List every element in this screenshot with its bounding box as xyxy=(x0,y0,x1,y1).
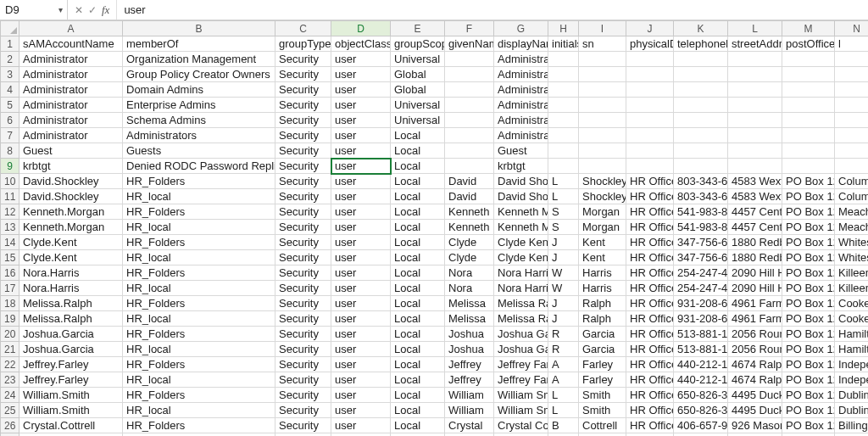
cell-N14[interactable]: Whiteston xyxy=(835,235,869,250)
cell-A20[interactable]: Joshua.Garcia xyxy=(19,327,123,342)
cell-K12[interactable]: 541-983-8 xyxy=(674,204,728,220)
cell-K7[interactable] xyxy=(674,128,728,143)
cell-D11[interactable]: user xyxy=(331,189,391,204)
cell-I9[interactable] xyxy=(579,159,626,174)
cell-A27[interactable]: Crystal.Cottrell xyxy=(19,433,123,437)
cell-K16[interactable]: 254-247-4 xyxy=(674,266,728,281)
cell-E22[interactable]: Local xyxy=(391,357,445,372)
row-header-14[interactable]: 14 xyxy=(1,235,19,250)
cell-A24[interactable]: William.Smith xyxy=(19,388,123,403)
row-header-19[interactable]: 19 xyxy=(1,311,19,327)
cell-C2[interactable]: Security xyxy=(275,52,331,67)
cell-A8[interactable]: Guest xyxy=(19,143,123,159)
cell-E8[interactable]: Local xyxy=(391,143,445,159)
cell-N27[interactable]: Billings xyxy=(835,433,869,437)
row-header-23[interactable]: 23 xyxy=(1,372,19,388)
cell-E14[interactable]: Local xyxy=(391,235,445,250)
cell-J3[interactable] xyxy=(626,67,674,82)
cell-I22[interactable]: Farley xyxy=(579,357,626,372)
cell-G20[interactable]: Joshua Garcia xyxy=(494,327,548,342)
cell-G3[interactable]: Administrator xyxy=(494,67,548,82)
col-header-J[interactable]: J xyxy=(626,21,674,36)
cell-L23[interactable]: 4674 Ralph xyxy=(728,372,782,388)
cell-K1[interactable]: telephoneNumber xyxy=(674,36,728,52)
cell-I20[interactable]: Garcia xyxy=(579,327,626,342)
cell-G19[interactable]: Melissa Ralph xyxy=(494,311,548,327)
cell-H20[interactable]: R xyxy=(548,327,579,342)
cell-H9[interactable] xyxy=(548,159,579,174)
cell-C7[interactable]: Security xyxy=(275,128,331,143)
cell-E19[interactable]: Local xyxy=(391,311,445,327)
cell-L4[interactable] xyxy=(728,82,782,98)
cell-F27[interactable]: Crystal xyxy=(445,433,494,437)
cell-I6[interactable] xyxy=(579,113,626,128)
cell-M12[interactable]: PO Box 12 xyxy=(782,204,835,220)
cell-B21[interactable]: HR_local xyxy=(123,342,275,357)
cell-J14[interactable]: HR Office xyxy=(626,235,674,250)
cell-H3[interactable] xyxy=(548,67,579,82)
name-box[interactable]: D9 ▾ xyxy=(0,0,68,20)
row-header-7[interactable]: 7 xyxy=(1,128,19,143)
cell-G14[interactable]: Clyde Kent xyxy=(494,235,548,250)
cell-H10[interactable]: L xyxy=(548,174,579,189)
cell-B19[interactable]: HR_local xyxy=(123,311,275,327)
cell-A23[interactable]: Jeffrey.Farley xyxy=(19,372,123,388)
cell-H8[interactable] xyxy=(548,143,579,159)
cell-H23[interactable]: A xyxy=(548,372,579,388)
cell-E26[interactable]: Local xyxy=(391,418,445,433)
cell-G12[interactable]: Kenneth Morgan xyxy=(494,204,548,220)
cell-A18[interactable]: Melissa.Ralph xyxy=(19,296,123,311)
row-header-9[interactable]: 9 xyxy=(1,159,19,174)
cell-M27[interactable]: PO Box 12 xyxy=(782,433,835,437)
cell-E11[interactable]: Local xyxy=(391,189,445,204)
cell-C8[interactable]: Security xyxy=(275,143,331,159)
row-header-21[interactable]: 21 xyxy=(1,342,19,357)
cell-D12[interactable]: user xyxy=(331,204,391,220)
cell-G15[interactable]: Clyde Kent xyxy=(494,250,548,266)
cell-A5[interactable]: Administrator xyxy=(19,98,123,113)
cell-F22[interactable]: Jeffrey xyxy=(445,357,494,372)
cell-K3[interactable] xyxy=(674,67,728,82)
cell-D14[interactable]: user xyxy=(331,235,391,250)
cell-F13[interactable]: Kenneth xyxy=(445,220,494,235)
cell-B9[interactable]: Denied RODC Password Replication xyxy=(123,159,275,174)
cell-N3[interactable] xyxy=(835,67,869,82)
cell-H27[interactable]: B xyxy=(548,433,579,437)
cell-E12[interactable]: Local xyxy=(391,204,445,220)
col-header-I[interactable]: I xyxy=(579,21,626,36)
cell-M9[interactable] xyxy=(782,159,835,174)
cell-G27[interactable]: Crystal Cottrell xyxy=(494,433,548,437)
cell-J18[interactable]: HR Office xyxy=(626,296,674,311)
cell-B25[interactable]: HR_local xyxy=(123,403,275,418)
cell-J2[interactable] xyxy=(626,52,674,67)
cell-L18[interactable]: 4961 Farm xyxy=(728,296,782,311)
cell-M3[interactable] xyxy=(782,67,835,82)
cell-K14[interactable]: 347-756-6 xyxy=(674,235,728,250)
cell-D17[interactable]: user xyxy=(331,281,391,296)
cell-N12[interactable]: Meacham xyxy=(835,204,869,220)
cell-J1[interactable]: physicalDeliveryOfficeName xyxy=(626,36,674,52)
cell-J5[interactable] xyxy=(626,98,674,113)
cell-A1[interactable]: sAMAccountName xyxy=(19,36,123,52)
row-header-22[interactable]: 22 xyxy=(1,357,19,372)
cell-E1[interactable]: groupScope xyxy=(391,36,445,52)
cell-N25[interactable]: Dublin xyxy=(835,403,869,418)
cell-D27[interactable]: user xyxy=(331,433,391,437)
row-header-27[interactable]: 27 xyxy=(1,433,19,437)
cell-L22[interactable]: 4674 Ralph xyxy=(728,357,782,372)
cell-J9[interactable] xyxy=(626,159,674,174)
cell-K5[interactable] xyxy=(674,98,728,113)
row-header-5[interactable]: 5 xyxy=(1,98,19,113)
cell-N24[interactable]: Dublin xyxy=(835,388,869,403)
cell-D19[interactable]: user xyxy=(331,311,391,327)
cell-G16[interactable]: Nora Harris xyxy=(494,266,548,281)
cell-D5[interactable]: user xyxy=(331,98,391,113)
cell-N11[interactable]: Columbia xyxy=(835,189,869,204)
cell-F8[interactable] xyxy=(445,143,494,159)
cell-A7[interactable]: Administrator xyxy=(19,128,123,143)
cell-L11[interactable]: 4583 Wext xyxy=(728,189,782,204)
cell-J7[interactable] xyxy=(626,128,674,143)
cell-N2[interactable] xyxy=(835,52,869,67)
cell-G22[interactable]: Jeffrey Farley xyxy=(494,357,548,372)
cell-B7[interactable]: Administrators xyxy=(123,128,275,143)
